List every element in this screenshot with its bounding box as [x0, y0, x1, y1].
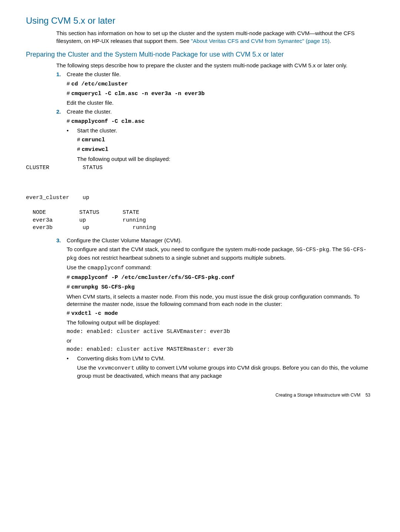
- bullet-icon: •: [67, 355, 76, 362]
- prep-intro: The following steps describe how to prep…: [56, 62, 374, 69]
- text: To configure and start the CVM stack, yo…: [67, 246, 296, 252]
- hash-prompt: #: [67, 283, 71, 290]
- step-3-output-label: The following output will be displayed:: [67, 319, 374, 326]
- text: . The: [329, 246, 343, 252]
- step-3: 3. Configure the Cluster Volume Manager …: [56, 237, 374, 244]
- subsection-heading: Preparing the Cluster and the System Mul…: [26, 50, 374, 59]
- step-3-cmd1: # cmapplyconf -P /etc/cmcluster/cfs/SG-C…: [67, 273, 374, 282]
- command-text: cmruncl: [82, 137, 105, 143]
- bullet-text: Start the cluster.: [77, 127, 374, 134]
- hash-prompt: #: [77, 136, 82, 142]
- step-1-cmd2: # cmquerycl -C clm.asc -n ever3a -n ever…: [67, 90, 374, 98]
- step-2-bullet: • Start the cluster.: [67, 127, 374, 134]
- footer-text: Creating a Storage Infrastructure with C…: [276, 393, 360, 398]
- step-1: 1. Create the cluster file.: [56, 71, 374, 78]
- command-text: cd /etc/cmcluster: [71, 81, 128, 87]
- step-2-title: Create the cluster.: [67, 108, 374, 115]
- step-2-cmd1: # cmapplyconf -C clm.asc: [67, 117, 374, 125]
- command-text: vxdctl -c mode: [71, 310, 118, 317]
- bullet-icon: •: [67, 127, 76, 134]
- step-number: 1.: [56, 71, 65, 78]
- step-3-cmd2: # cmrunpkg SG-CFS-pkg: [67, 283, 374, 291]
- step-3-title: Configure the Cluster Volume Manager (CV…: [67, 237, 374, 244]
- step-3-output2: mode: enabled: cluster active MASTERmast…: [67, 346, 374, 353]
- hash-prompt: #: [67, 118, 71, 124]
- inline-code: vxvmconvert: [98, 365, 134, 371]
- step-3-output1: mode: enabled: cluster active SLAVEmaste…: [67, 328, 374, 336]
- step-1-cmd1: # cd /etc/cmcluster: [67, 80, 374, 88]
- command-text: cmapplyconf -C clm.asc: [71, 118, 145, 125]
- step-2-output: CLUSTER STATUS ever3_cluster up NODE STA…: [26, 164, 374, 232]
- step-2-output-label: The following output will be displayed:: [77, 155, 374, 163]
- step-number: 2.: [56, 108, 65, 115]
- step-3-bullet: • Converting disks from LVM to CVM.: [67, 355, 374, 362]
- command-text: cmapplyconf -P /etc/cmcluster/cfs/SG-CFS…: [71, 275, 235, 281]
- page-number: 53: [366, 393, 370, 398]
- step-number: 3.: [56, 237, 65, 244]
- cross-reference-link[interactable]: "About Veritas CFS and CVM from Symantec…: [191, 38, 330, 44]
- command-text: cmviewcl: [82, 147, 109, 153]
- step-3-cmd3: # vxdctl -c mode: [67, 309, 374, 317]
- intro-paragraph: This section has information on how to s…: [56, 30, 374, 45]
- hash-prompt: #: [67, 90, 71, 96]
- step-3-or: or: [67, 337, 374, 344]
- hash-prompt: #: [67, 274, 71, 280]
- step-3-bullet-para: Use the vxvmconvert utility to convert L…: [77, 364, 374, 380]
- bullet-text: Converting disks from LVM to CVM.: [77, 355, 374, 362]
- intro-end: .: [330, 38, 331, 44]
- step-2: 2. Create the cluster.: [56, 108, 374, 115]
- text: Use the: [77, 364, 98, 371]
- hash-prompt: #: [67, 80, 71, 87]
- inline-code: cmapplyconf: [87, 265, 124, 271]
- command-text: cmrunpkg SG-CFS-pkg: [71, 284, 135, 290]
- hash-prompt: #: [67, 310, 71, 316]
- step-2-cmd3: # cmviewcl: [77, 145, 374, 154]
- command-text: cmquerycl -C clm.asc -n ever3a -n ever3b: [71, 91, 205, 97]
- text: command:: [124, 264, 151, 270]
- step-3-use: Use the cmapplyconf command:: [67, 264, 374, 272]
- step-1-title: Create the cluster file.: [67, 71, 374, 78]
- text: Use the: [67, 264, 87, 270]
- hash-prompt: #: [77, 146, 82, 152]
- step-3-para1: To configure and start the CVM stack, yo…: [67, 246, 374, 262]
- text: does not restrict heartbeat subnets to a…: [77, 255, 286, 261]
- page-footer: Creating a Storage Infrastructure with C…: [26, 392, 374, 398]
- step-1-note: Edit the cluster file.: [67, 99, 374, 107]
- step-3-para2: When CVM starts, it selects a master nod…: [67, 293, 374, 308]
- step-2-cmd2: # cmruncl: [77, 136, 374, 144]
- inline-code: SG-CFS-pkg: [296, 247, 329, 253]
- section-heading: Using CVM 5.x or later: [26, 15, 374, 27]
